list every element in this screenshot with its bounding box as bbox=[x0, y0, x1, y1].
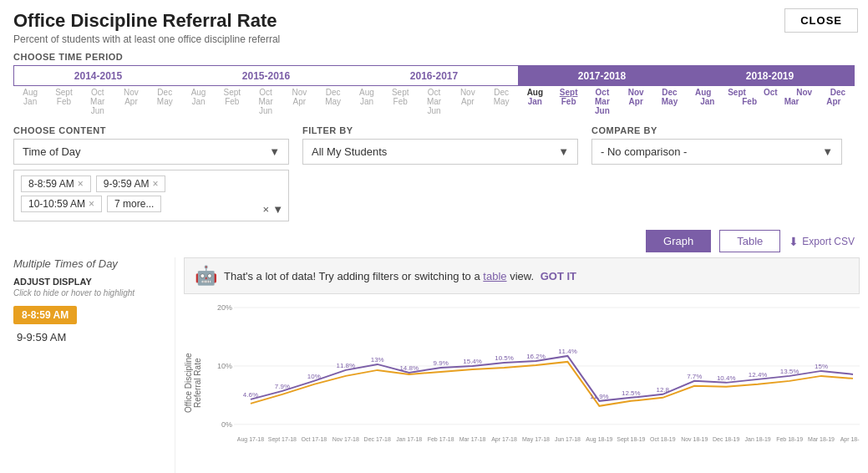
content-chevron-icon: ▼ bbox=[269, 145, 280, 158]
svg-text:13.5%: 13.5% bbox=[780, 368, 799, 375]
period-2014-2015[interactable]: 2014-2015 bbox=[14, 66, 182, 85]
svg-text:Dec 18-19: Dec 18-19 bbox=[713, 436, 739, 442]
more-tags-button[interactable]: 7 more... bbox=[107, 196, 161, 212]
close-button[interactable]: CLOSE bbox=[784, 8, 858, 33]
svg-text:4.6%: 4.6% bbox=[243, 391, 258, 399]
svg-text:20%: 20% bbox=[217, 303, 232, 312]
svg-text:Mar 17-18: Mar 17-18 bbox=[459, 436, 486, 442]
svg-text:11.4%: 11.4% bbox=[558, 348, 577, 355]
content-value: Time of Day bbox=[23, 145, 81, 158]
table-link[interactable]: table bbox=[483, 270, 506, 282]
table-button[interactable]: Table bbox=[719, 230, 780, 252]
svg-text:Nov 17-18: Nov 17-18 bbox=[332, 436, 359, 442]
svg-text:10.4%: 10.4% bbox=[717, 374, 736, 382]
tag-10am[interactable]: 10-10:59 AM× bbox=[21, 196, 102, 212]
filter-value: All My Students bbox=[312, 145, 387, 158]
robot-icon: 🤖 bbox=[195, 265, 217, 287]
click-hint: Click to hide or hover to highlight bbox=[13, 288, 161, 298]
svg-text:15%: 15% bbox=[815, 363, 828, 370]
adjust-display-label: ADJUST DISPLAY bbox=[13, 277, 161, 287]
time-badge-8am: 8-8:59 AM bbox=[13, 306, 77, 324]
svg-text:Apr 17-18: Apr 17-18 bbox=[491, 436, 517, 443]
download-icon: ⬇ bbox=[789, 235, 799, 248]
controls-row: CHOOSE CONTENT Time of Day ▼ 8-8:59 AM× … bbox=[0, 120, 868, 226]
got-it-button[interactable]: GOT IT bbox=[541, 270, 576, 282]
tags-area: 8-8:59 AM× 9-9:59 AM× 10-10:59 AM× 7 mor… bbox=[13, 170, 289, 221]
remove-tag-9am[interactable]: × bbox=[152, 178, 158, 190]
tag-9am[interactable]: 9-9:59 AM× bbox=[96, 175, 166, 192]
page-title: Office Discipline Referral Rate bbox=[13, 10, 855, 32]
svg-text:11.8%: 11.8% bbox=[336, 362, 355, 369]
svg-text:12.4%: 12.4% bbox=[749, 371, 768, 379]
svg-text:11.9%: 11.9% bbox=[590, 393, 609, 400]
export-label: Export CSV bbox=[802, 236, 855, 247]
tags-row: 8-8:59 AM× 9-9:59 AM× bbox=[21, 175, 282, 192]
chart-sidebar: Multiple Times of Day ADJUST DISPLAY Cli… bbox=[0, 257, 175, 473]
export-csv-button[interactable]: ⬇ Export CSV bbox=[789, 235, 855, 248]
svg-text:12.5%: 12.5% bbox=[622, 389, 641, 397]
svg-text:Aug 18-19: Aug 18-19 bbox=[586, 436, 612, 443]
compare-value: - No comparison - bbox=[601, 145, 687, 158]
graph-button[interactable]: Graph bbox=[646, 230, 711, 252]
svg-text:Sept 18-19: Sept 18-19 bbox=[617, 436, 645, 443]
content-control: CHOOSE CONTENT Time of Day ▼ 8-8:59 AM× … bbox=[13, 125, 289, 221]
period-2016-2017[interactable]: 2016-2017 bbox=[350, 66, 518, 85]
svg-text:Dec 17-18: Dec 17-18 bbox=[364, 436, 391, 442]
line-chart: 20% 10% 0% 4.6% 7.9% 10% 11.8% 13% 14.8%… bbox=[209, 299, 860, 450]
time-item-8am[interactable]: 8-8:59 AM bbox=[13, 306, 161, 324]
filter-control: FILTER BY All My Students ▼ bbox=[302, 125, 578, 165]
content-label: CHOOSE CONTENT bbox=[13, 125, 289, 135]
svg-text:Sept 17-18: Sept 17-18 bbox=[268, 436, 297, 443]
svg-text:Apr 18-19: Apr 18-19 bbox=[840, 436, 860, 443]
expand-tags-icon[interactable]: ▼ bbox=[272, 203, 283, 216]
svg-text:7.7%: 7.7% bbox=[687, 373, 702, 380]
filter-chevron-icon: ▼ bbox=[558, 145, 569, 158]
clear-tags-icon[interactable]: × bbox=[263, 203, 270, 216]
view-controls: Graph Table ⬇ Export CSV bbox=[0, 226, 868, 257]
remove-tag-10am[interactable]: × bbox=[89, 198, 94, 210]
svg-text:16.2%: 16.2% bbox=[526, 353, 546, 360]
svg-text:Jun 17-18: Jun 17-18 bbox=[555, 436, 581, 442]
svg-text:Oct 18-19: Oct 18-19 bbox=[650, 436, 676, 442]
svg-text:Mar 18-19: Mar 18-19 bbox=[808, 436, 835, 442]
filter-select[interactable]: All My Students ▼ bbox=[302, 139, 578, 165]
svg-text:9.9%: 9.9% bbox=[434, 359, 449, 367]
time-item-9am[interactable]: 9-9:59 AM bbox=[13, 331, 161, 343]
svg-text:15.4%: 15.4% bbox=[463, 358, 482, 365]
time-period-section: CHOOSE TIME PERIOD 2014-2015 2015-2016 2… bbox=[0, 48, 868, 120]
period-2015-2016[interactable]: 2015-2016 bbox=[182, 66, 350, 85]
svg-text:10.5%: 10.5% bbox=[495, 354, 514, 362]
svg-text:12.8: 12.8 bbox=[657, 386, 670, 394]
page-header: Office Discipline Referral Rate Percent … bbox=[0, 0, 868, 48]
period-2017-2018[interactable]: 2017-2018 bbox=[518, 66, 686, 85]
compare-select[interactable]: - No comparison - ▼ bbox=[591, 139, 842, 165]
svg-text:13%: 13% bbox=[371, 356, 384, 364]
svg-text:Feb 18-19: Feb 18-19 bbox=[776, 436, 803, 442]
tags-row-2: 10-10:59 AM× 7 more... bbox=[21, 196, 282, 212]
compare-chevron-icon: ▼ bbox=[822, 145, 833, 158]
time-label-9am: 9-9:59 AM bbox=[17, 331, 66, 343]
time-period-label: CHOOSE TIME PERIOD bbox=[13, 52, 855, 62]
chart-area: 🤖 That's a lot of data! Try adding filte… bbox=[175, 257, 868, 473]
svg-text:Aug 17-18: Aug 17-18 bbox=[237, 436, 264, 443]
svg-text:Jan 17-18: Jan 17-18 bbox=[396, 436, 422, 442]
svg-text:14.8%: 14.8% bbox=[399, 364, 419, 372]
svg-text:Jan 18-19: Jan 18-19 bbox=[745, 436, 771, 442]
sidebar-title: Multiple Times of Day bbox=[13, 257, 161, 270]
data-tooltip: 🤖 That's a lot of data! Try adding filte… bbox=[184, 257, 860, 294]
compare-label: COMPARE BY bbox=[591, 125, 842, 135]
svg-text:Feb 17-18: Feb 17-18 bbox=[428, 436, 454, 442]
tags-controls[interactable]: × ▼ bbox=[263, 203, 283, 216]
chart-wrapper: Office DisciplineReferral Rate 20% 10% 0… bbox=[184, 299, 860, 466]
page-subtitle: Percent of students with at least one of… bbox=[13, 33, 855, 45]
chart-svg: 20% 10% 0% 4.6% 7.9% 10% 11.8% 13% 14.8%… bbox=[209, 299, 860, 466]
compare-control: COMPARE BY - No comparison - ▼ bbox=[591, 125, 842, 165]
svg-text:Nov 18-19: Nov 18-19 bbox=[681, 436, 708, 442]
filter-label: FILTER BY bbox=[302, 125, 578, 135]
period-2018-2019[interactable]: 2018-2019 bbox=[686, 66, 854, 85]
svg-text:10%: 10% bbox=[307, 373, 321, 380]
svg-text:0%: 0% bbox=[221, 420, 232, 429]
remove-tag-8am[interactable]: × bbox=[78, 178, 84, 190]
tag-8am[interactable]: 8-8:59 AM× bbox=[21, 175, 91, 192]
content-select[interactable]: Time of Day ▼ bbox=[13, 139, 289, 165]
